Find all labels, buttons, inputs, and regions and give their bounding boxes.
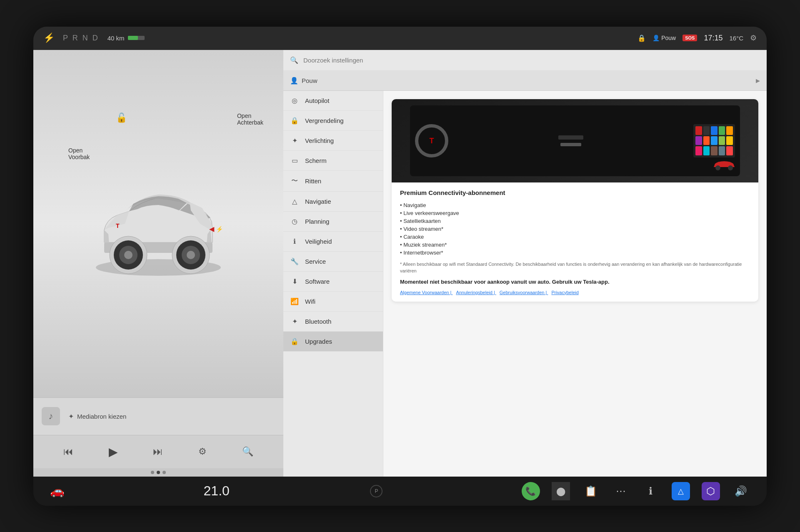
connectivity-info: Premium Connectivity-abonnement Navigati… [392, 182, 758, 302]
ritten-menu-label: Ritten [305, 177, 321, 185]
page-dot-3 [162, 471, 166, 474]
legal-link-2[interactable]: Gebruiksvoorwaarden | [500, 290, 548, 295]
connectivity-legal-links[interactable]: Algemene Voorwaarden | Annuleringsbeleid… [400, 290, 750, 295]
app-icon-1[interactable]: ⬡ [702, 482, 720, 500]
media-source-label: Mediabron kiezen [77, 413, 126, 420]
software-menu-icon: ⬇ [290, 277, 299, 285]
media-bar: ♪ ✦ Mediabron kiezen [33, 397, 283, 435]
prnd-indicator: P R N D [63, 34, 99, 42]
legal-link-1[interactable]: Annuleringsbeleid | [456, 290, 496, 295]
menu-item-wifi[interactable]: 📶Wifi [283, 292, 383, 312]
menu-item-vergrendeling[interactable]: 🔒Vergrendeling [283, 111, 383, 131]
connectivity-feature-item: Video streamen* [400, 225, 750, 233]
sos-button[interactable]: SOS [682, 35, 697, 41]
bottom-status-bar: 🚗 21.0 P 📞 ⬤ 📋 ⋯ ℹ △ ⬡ 🔊 [33, 477, 767, 506]
bluetooth-menu-label: Bluetooth [305, 318, 331, 325]
wifi-menu-label: Wifi [305, 298, 315, 305]
scherm-menu-label: Scherm [305, 157, 327, 164]
profile-options-icon[interactable]: ▶ [756, 77, 760, 84]
bluetooth-menu-icon: ✦ [290, 317, 299, 325]
settings-search-bar: 🔍 [283, 50, 767, 71]
media-source-selector[interactable]: ✦ Mediabron kiezen [68, 412, 126, 420]
phone-button[interactable]: 📞 [522, 482, 540, 500]
planning-menu-label: Planning [305, 218, 329, 225]
menu-item-ritten[interactable]: 〜Ritten [283, 171, 383, 192]
music-note-icon: ♪ [42, 407, 60, 425]
main-area: OpenVoorbak 🔓 OpenAchterbak [33, 50, 767, 477]
software-menu-label: Software [305, 278, 330, 285]
menu-item-bluetooth[interactable]: ✦Bluetooth [283, 312, 383, 332]
menu-item-autopilot[interactable]: ◎Autopilot [283, 91, 383, 111]
profile-label-topbar[interactable]: 👤 Pouw [652, 35, 676, 41]
clock-display: 17:15 [704, 34, 722, 42]
current-speed-display: 21.0 [204, 483, 230, 499]
top-bar-right: 🔒 👤 Pouw SOS 17:15 16°C ⚙ [638, 33, 757, 42]
connectivity-features-list: NavigatieLive verkeersweergaveSatellietk… [400, 201, 750, 257]
service-menu-label: Service [305, 258, 326, 265]
top-status-bar: ⚡ P R N D 40 km 🔒 👤 Pouw SOS 17:15 16°C … [33, 27, 767, 50]
screen-content: ⚡ P R N D 40 km 🔒 👤 Pouw SOS 17:15 16°C … [33, 27, 767, 506]
connectivity-feature-item: Live verkeersweergave [400, 209, 750, 217]
svg-point-9 [187, 251, 195, 259]
play-pause-button[interactable]: ▶ [109, 445, 118, 459]
screen-bezel: ⚡ P R N D 40 km 🔒 👤 Pouw SOS 17:15 16°C … [33, 27, 767, 506]
settings-body: ◎Autopilot🔒Vergrendeling✦Verlichting▭Sch… [283, 91, 767, 477]
legal-link-0[interactable]: Algemene Voorwaarden | [400, 290, 452, 295]
svg-text:◀: ◀ [209, 225, 215, 232]
navigatie-menu-label: Navigatie [305, 198, 331, 205]
menu-item-software[interactable]: ⬇Software [283, 272, 383, 292]
next-track-button[interactable]: ⏭ [153, 446, 163, 457]
front-trunk-label[interactable]: OpenVoorbak [68, 147, 90, 160]
more-button[interactable]: ⋯ [612, 482, 630, 500]
temperature-display: 16°C [729, 35, 743, 42]
connectivity-image [392, 99, 758, 182]
menu-item-planning[interactable]: ◷Planning [283, 212, 383, 232]
autopilot-menu-icon: ◎ [290, 97, 299, 105]
ritten-menu-icon: 〜 [290, 177, 299, 185]
menu-item-scherm[interactable]: ▭Scherm [283, 151, 383, 171]
rear-trunk-label[interactable]: OpenAchterbak [237, 112, 263, 126]
navigatie-menu-icon: △ [290, 197, 299, 205]
small-car-icon [712, 159, 737, 171]
settings-menu: ◎Autopilot🔒Vergrendeling✦Verlichting▭Sch… [283, 91, 383, 477]
settings-gear-icon[interactable]: ⚙ [750, 33, 757, 42]
upgrades-menu-icon: 🔒 [290, 337, 299, 345]
menu-item-verlichting[interactable]: ✦Verlichting [283, 131, 383, 151]
settings-search-input[interactable] [303, 57, 760, 64]
info-button[interactable]: ℹ [642, 482, 660, 500]
search-media-button[interactable]: 🔍 [242, 446, 253, 457]
veiligheid-menu-label: Veiligheid [305, 238, 332, 245]
trunk-lock-icon: 🔓 [116, 112, 127, 123]
dashboard-mockup [410, 105, 740, 176]
search-icon: 🔍 [290, 56, 298, 64]
menu-item-veiligheid[interactable]: ℹVeiligheid [283, 232, 383, 252]
battery-bar [128, 36, 145, 40]
lock-status-icon: 🔒 [638, 34, 646, 42]
dashboard-button[interactable]: 📋 [582, 482, 600, 500]
legal-link-3[interactable]: Privacybeleid [551, 290, 578, 295]
menu-item-service[interactable]: 🔧Service [283, 252, 383, 272]
prev-track-button[interactable]: ⏮ [63, 446, 73, 457]
tesla-screen-mockup [693, 124, 735, 157]
verlichting-menu-label: Verlichting [305, 137, 334, 144]
autopilot-menu-label: Autopilot [305, 97, 329, 104]
top-bar-left: ⚡ P R N D 40 km [43, 32, 145, 43]
volume-button[interactable]: 🔊 [732, 482, 750, 500]
connectivity-title: Premium Connectivity-abonnement [400, 189, 750, 196]
bottom-icon-bar: 📞 ⬤ 📋 ⋯ ℹ △ ⬡ 🔊 [522, 482, 750, 500]
profile-bar: 👤 Pouw ▶ [283, 71, 767, 91]
speed-value: 40 km [108, 35, 125, 42]
menu-item-navigatie[interactable]: △Navigatie [283, 192, 383, 212]
menu-item-upgrades[interactable]: 🔒Upgrades [283, 332, 383, 352]
vergrendeling-menu-icon: 🔒 [290, 117, 299, 125]
veiligheid-menu-icon: ℹ [290, 237, 299, 245]
camera-button[interactable]: ⬤ [552, 482, 570, 500]
steering-wheel-image [415, 124, 448, 157]
wifi-menu-icon: 📶 [290, 297, 299, 305]
car-icon-bottom: 🚗 [50, 484, 65, 498]
connectivity-feature-item: Satellietkaarten [400, 217, 750, 225]
profile-icon: 👤 [290, 77, 298, 85]
equalizer-button[interactable]: ⚙ [198, 446, 207, 457]
page-dot-2 [157, 471, 160, 474]
navigation-button[interactable]: △ [672, 482, 690, 500]
